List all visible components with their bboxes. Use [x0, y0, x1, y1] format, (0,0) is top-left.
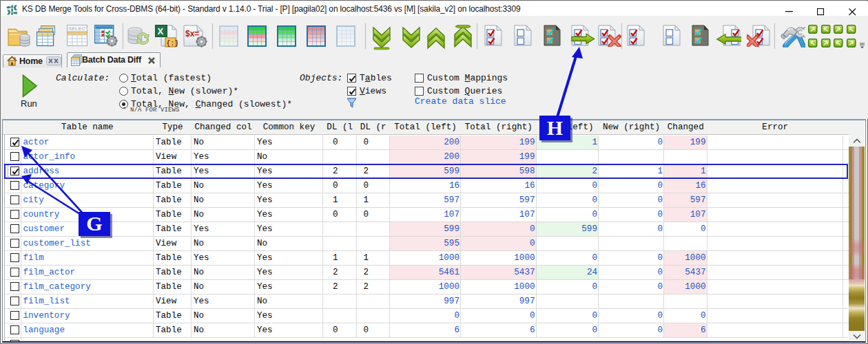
svg-text:{:}: {:}	[167, 40, 178, 47]
svg-text:X: X	[158, 26, 164, 36]
svg-text:$x=: $x=	[185, 29, 199, 39]
svg-text:SELECT:: SELECT:	[68, 25, 87, 32]
